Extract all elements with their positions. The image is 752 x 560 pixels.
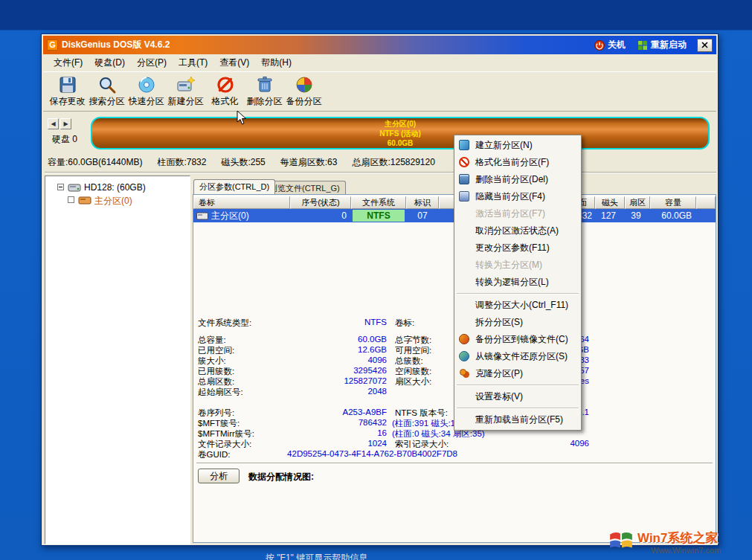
disk-heads: 磁头数:255	[221, 156, 265, 169]
next-disk-button[interactable]: ▶	[60, 118, 71, 129]
detail-label: 索引记录大小:	[395, 439, 449, 450]
menu-item-restore-from-image[interactable]: 从镜像文件还原分区(S)	[454, 348, 581, 365]
quick-partition-icon	[137, 75, 156, 94]
menu-view[interactable]: 查看(V)	[213, 55, 255, 71]
col-header-flag: 标识	[406, 196, 439, 209]
search-partition-button[interactable]: 搜索分区	[87, 73, 126, 110]
menu-item-clone-partition[interactable]: 克隆分区(P)	[454, 365, 581, 382]
detail-label: 总容量:	[198, 335, 226, 346]
partition-bar-size: 60.0GB	[388, 138, 413, 148]
format-button[interactable]: 格式化	[205, 73, 245, 110]
menu-item-create-partition[interactable]: 建立新分区(N)	[454, 137, 581, 154]
restart-button[interactable]: 重新启动	[637, 39, 687, 51]
row-flag: 07	[406, 209, 439, 222]
col-header-extra	[696, 196, 716, 209]
new-partition-button[interactable]: 新建分区	[166, 73, 205, 110]
detail-label: 已用簇数:	[198, 366, 234, 377]
new-partition-label: 新建分区	[168, 95, 204, 108]
menu-item-deactivate-partition[interactable]: 取消分区激活状态(A)	[454, 222, 581, 239]
detail-label: 起始扇区号:	[198, 387, 243, 398]
detail-value: 1024	[298, 439, 387, 448]
backup-partition-icon	[459, 334, 469, 344]
partition-row-icon	[196, 212, 208, 220]
menu-item-convert-primary: 转换为主分区(M)	[454, 257, 581, 274]
menu-item-resize-partition[interactable]: 调整分区大小(Ctrl_F11)	[454, 297, 581, 314]
detail-label: 总簇数:	[395, 355, 423, 367]
save-icon	[58, 75, 77, 94]
menu-item-change-params[interactable]: 更改分区参数(F11)	[454, 239, 581, 257]
menu-item-backup-to-image[interactable]: 备份分区到镜像文件(C)	[454, 331, 581, 348]
detail-label: $MFTMirr簇号:	[198, 428, 254, 440]
detail-value: 60.0GB	[298, 335, 387, 344]
menu-separator	[457, 293, 579, 295]
menu-file[interactable]: 文件(F)	[48, 55, 89, 71]
detail-value: 4096	[476, 439, 589, 448]
menu-partition[interactable]: 分区(P)	[131, 55, 173, 71]
menu-item-convert-logical[interactable]: 转换为逻辑分区(L)	[454, 274, 581, 291]
delete-partition-button[interactable]: 删除分区	[245, 73, 284, 110]
watermark-url: Www.Winwin7.com	[651, 546, 721, 555]
disk-info-line: 容量:60.0GB(61440MB) 柱面数:7832 磁头数:255 每道扇区…	[48, 156, 435, 169]
data-map-label: 数据分配情况图:	[248, 471, 314, 483]
restore-partition-icon	[459, 351, 469, 361]
detail-value: NTFS	[298, 318, 387, 326]
detail-value: 4096	[298, 355, 387, 364]
f1-help-hint: 按 "F1" 键可显示帮助信息	[266, 552, 367, 560]
new-partition-icon	[176, 75, 196, 94]
titlebar[interactable]: G DiskGenius DOS版 V4.6.2 关机 重新启动	[43, 36, 716, 54]
backup-partition-button[interactable]: 备份分区	[284, 73, 324, 110]
new-partition-icon	[459, 140, 469, 150]
expand-icon[interactable]	[68, 196, 74, 203]
disk-cylinders: 柱面数:7832	[157, 156, 206, 169]
row-end-head: 127	[595, 209, 622, 222]
menu-item-set-volume-label[interactable]: 设置卷标(V)	[454, 388, 581, 405]
tab-partition-params[interactable]: 分区参数(CTRL_D)	[193, 179, 275, 194]
save-changes-label: 保存更改	[50, 95, 86, 108]
detail-value: 3295426	[298, 366, 387, 375]
prev-disk-button[interactable]: ◀	[48, 118, 59, 129]
delete-partition-label: 删除分区	[247, 95, 283, 108]
menu-item-delete-partition[interactable]: 删除当前分区(Del)	[454, 171, 581, 188]
search-icon	[97, 75, 117, 94]
partition-bar-primary[interactable]: 主分区(0) NTFS (活动) 60.0GB	[91, 117, 710, 149]
save-changes-button[interactable]: 保存更改	[48, 73, 87, 110]
detail-value: 786432	[298, 418, 387, 427]
analyze-button[interactable]: 分析	[198, 469, 240, 483]
menu-disk[interactable]: 硬盘(D)	[89, 55, 131, 71]
clone-partition-icon	[460, 369, 466, 376]
col-header-index: 序号(状态)	[290, 196, 351, 209]
detail-value: 12.6GB	[298, 345, 387, 354]
tab-browse-files[interactable]: 浏览文件(CTRL_G)	[263, 181, 346, 194]
detail-label: 文件记录大小:	[198, 439, 251, 450]
detail-label: 扇区大小:	[395, 376, 431, 387]
shutdown-button[interactable]: 关机	[594, 39, 626, 51]
row-volume: 主分区(0)	[211, 209, 290, 222]
mouse-cursor	[237, 110, 247, 128]
restart-icon	[637, 40, 648, 51]
collapse-icon[interactable]	[57, 184, 64, 190]
hide-partition-icon	[459, 191, 469, 202]
detail-label: 已用空间:	[198, 345, 234, 356]
menu-item-reload-partition[interactable]: 重新加载当前分区(F5)	[454, 411, 581, 428]
menu-item-hide-partition[interactable]: 隐藏当前分区(F4)	[454, 188, 581, 205]
diskgenius-window: G DiskGenius DOS版 V4.6.2 关机 重新启动 文件(F) 硬…	[41, 33, 719, 546]
diskgenius-logo-icon: G	[47, 39, 58, 51]
detail-value-guid: 42D95254-0473-4F14-A762-B70B4002F7D8	[268, 449, 457, 458]
quick-partition-button[interactable]: 快速分区	[126, 73, 166, 110]
menu-item-format-partition[interactable]: 格式化当前分区(F)	[454, 154, 581, 171]
disk-capacity: 容量:60.0GB(61440MB)	[48, 156, 142, 169]
tree-partition-label: 主分区(0)	[94, 195, 132, 207]
col-header-volume: 卷标	[193, 196, 290, 209]
separator-line	[196, 463, 713, 464]
menubar: 文件(F) 硬盘(D) 分区(P) 工具(T) 查看(V) 帮助(H)	[43, 55, 716, 71]
window-title: DiskGenius DOS版 V4.6.2	[62, 39, 170, 51]
menu-help[interactable]: 帮助(H)	[255, 55, 298, 71]
detail-label: 总扇区数:	[198, 376, 234, 387]
close-button[interactable]	[697, 39, 713, 52]
detail-label: 卷序列号:	[198, 408, 234, 419]
menu-tools[interactable]: 工具(T)	[173, 55, 213, 71]
menu-item-split-partition[interactable]: 拆分分区(S)	[454, 314, 581, 331]
toolbar: 保存更改 搜索分区 快速分区 新建分区 格式化 删除分区	[43, 71, 716, 112]
detail-label: 卷标:	[395, 318, 414, 329]
power-icon	[594, 40, 605, 51]
